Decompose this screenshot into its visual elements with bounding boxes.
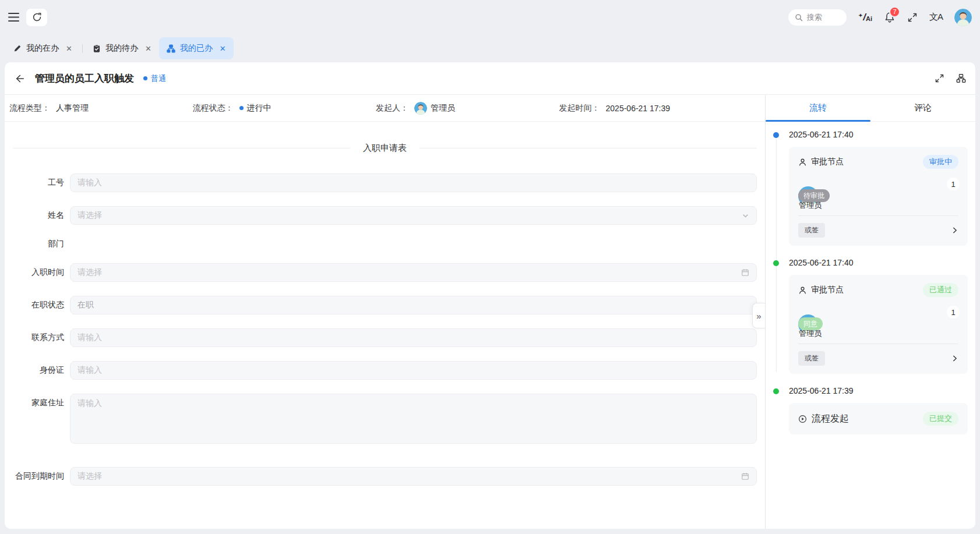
timeline-dot (773, 132, 779, 138)
tab-label: 我的在办 (26, 43, 59, 54)
field-row-entry-date: 入职时间 请选择 (13, 263, 757, 282)
meta-process-status: 流程状态： 进行中 (193, 103, 376, 114)
node-status-badge: 审批中 (923, 155, 958, 169)
expand-node-button[interactable] (951, 355, 958, 362)
node-label: 审批节点 (811, 157, 844, 167)
detail-header: 管理员的员工入职触发 普通 (5, 62, 975, 95)
topbar: 搜索 ✦/Ai 7 文A (0, 0, 980, 34)
search-input[interactable]: 搜索 (788, 9, 847, 26)
field-label: 联系方式 (13, 333, 64, 343)
tab-my-ongoing[interactable]: 我的在办 ✕ (6, 37, 80, 59)
timeline-date: 2025-06-21 17:40 (789, 130, 968, 139)
workspace-tab-bar: 我的在办 ✕ 我的待办 ✕ 我的已办 ✕ (0, 34, 980, 62)
notifications-button[interactable]: 7 (884, 12, 896, 23)
person-icon (798, 158, 807, 167)
employee-id-input[interactable]: 请输入 (70, 174, 757, 192)
tab-my-done[interactable]: 我的已办 ✕ (159, 37, 234, 59)
process-detail-card: 管理员的员工入职触发 普通 流程类型： 人事管理 流程状态： (5, 62, 975, 529)
search-placeholder: 搜索 (807, 12, 822, 23)
search-icon (795, 13, 803, 22)
notification-count-badge: 7 (889, 6, 900, 17)
back-arrow-icon (14, 73, 24, 84)
chevron-down-icon (742, 212, 749, 220)
initiator-avatar (414, 102, 427, 115)
field-row-contract-expiry: 合同到期时间 请选择 (13, 467, 757, 486)
form-pane: 流程类型： 人事管理 流程状态： 进行中 发起人： 管理员 (5, 95, 766, 529)
approval-node-card: 审批节点 已通过 同意 1 管理员 (789, 275, 968, 374)
ai-assistant-icon[interactable]: ✦/Ai (858, 12, 872, 22)
home-address-textarea[interactable]: 请输入 (70, 394, 757, 444)
sign-mode-tag: 或签 (798, 351, 825, 366)
timeline-entry: 2025-06-21 17:40 审批节点 已通过 同意 1 (773, 258, 968, 374)
flow-timeline: 2025-06-21 17:40 审批节点 审批中 待审批 1 (766, 122, 975, 529)
expand-fullscreen-button[interactable] (935, 73, 944, 83)
clipboard-check-icon (93, 44, 101, 53)
field-label: 工号 (13, 178, 64, 188)
timeline-date: 2025-06-21 17:40 (789, 258, 968, 267)
flowchart-icon (956, 73, 966, 83)
onboarding-form: 入职申请表 工号 请输入 姓名 请选择 部门 入职时间 (5, 122, 765, 529)
approver-name: 管理员 (799, 328, 822, 339)
timeline-dot (773, 388, 779, 394)
approver-count-badge: 1 (947, 178, 960, 190)
collapse-panel-button[interactable]: » (752, 303, 765, 328)
calendar-icon (741, 472, 749, 480)
side-panel-tabs: 流转 评论 (766, 95, 975, 122)
play-circle-icon (798, 415, 807, 423)
expand-node-button[interactable] (951, 227, 958, 234)
field-row-department: 部门 (13, 239, 757, 249)
field-label: 身份证 (13, 365, 64, 376)
refresh-button[interactable] (26, 9, 47, 26)
close-icon[interactable]: ✕ (66, 44, 72, 53)
person-icon (798, 286, 807, 295)
field-row-home-address: 家庭住址 请输入 (13, 394, 757, 444)
flowchart-icon (167, 44, 175, 53)
id-card-input[interactable]: 请输入 (70, 361, 757, 380)
status-dot (239, 106, 244, 110)
process-side-panel: 流转 评论 2025-06-21 17:40 审批节点 审批中 (766, 95, 975, 529)
tab-comments[interactable]: 评论 (870, 95, 975, 121)
name-select[interactable]: 请选择 (70, 206, 757, 225)
calendar-icon (741, 268, 749, 277)
field-row-employee-id: 工号 请输入 (13, 174, 757, 192)
field-label: 部门 (13, 239, 64, 249)
fullscreen-button[interactable] (907, 12, 918, 23)
meta-start-time: 发起时间： 2025-06-21 17:39 (559, 103, 743, 114)
contact-input[interactable]: 请输入 (70, 328, 757, 347)
timeline-entry: 2025-06-21 17:40 审批节点 审批中 待审批 1 (773, 130, 968, 246)
node-label: 流程发起 (812, 413, 849, 425)
approval-node-card: 审批节点 审批中 待审批 1 管理员 (789, 147, 968, 246)
approver-name: 管理员 (799, 200, 822, 211)
field-label: 入职时间 (13, 267, 64, 278)
field-label: 姓名 (13, 210, 64, 221)
timeline-entry: 2025-06-21 17:39 流程发起 已提交 (773, 386, 968, 434)
field-label: 合同到期时间 (13, 471, 64, 482)
tab-label: 我的已办 (180, 43, 213, 54)
employment-status-input[interactable]: 在职 (70, 296, 757, 314)
entry-date-picker[interactable]: 请选择 (70, 263, 757, 282)
back-button[interactable] (14, 73, 24, 84)
timeline-date: 2025-06-21 17:39 (789, 386, 968, 395)
fullscreen-icon (935, 73, 944, 83)
field-row-employment-status: 在职状态 在职 (13, 296, 757, 314)
fullscreen-icon (907, 12, 918, 23)
user-avatar[interactable] (954, 9, 972, 26)
tab-separator (82, 44, 83, 53)
close-icon[interactable]: ✕ (145, 44, 151, 53)
priority-dot (143, 76, 147, 80)
process-start-card: 流程发起 已提交 (789, 403, 968, 434)
close-icon[interactable]: ✕ (220, 44, 226, 53)
tab-my-todo[interactable]: 我的待办 ✕ (85, 37, 159, 59)
meta-initiator: 发起人： 管理员 (376, 102, 559, 115)
flow-diagram-button[interactable] (956, 73, 966, 83)
contract-expiry-date-picker[interactable]: 请选择 (70, 467, 757, 486)
field-label: 家庭住址 (13, 394, 64, 408)
priority-badge: 普通 (143, 73, 166, 84)
menu-icon[interactable] (8, 13, 19, 22)
node-status-badge: 已通过 (923, 283, 958, 297)
approver-count-badge: 1 (947, 306, 960, 319)
translate-icon[interactable]: 文A (929, 12, 943, 23)
timeline-dot (773, 260, 779, 266)
form-title-divider: 入职申请表 (13, 143, 757, 154)
tab-flow-history[interactable]: 流转 (766, 95, 870, 121)
